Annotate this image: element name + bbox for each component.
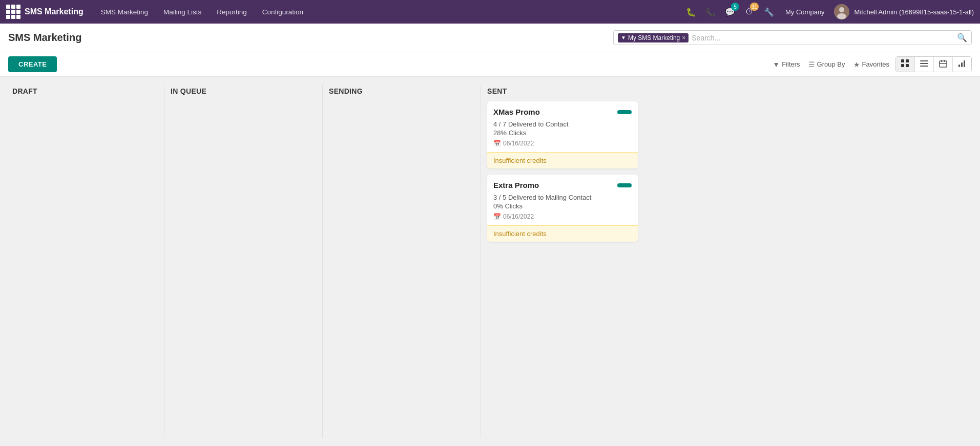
col-body-draft <box>12 101 158 204</box>
page-title: SMS Marketing <box>8 32 81 44</box>
svg-rect-13 <box>940 63 947 64</box>
card-date-xmas: 📅 06/16/2022 <box>493 140 632 147</box>
col-separator-3 <box>481 85 481 438</box>
svg-point-1 <box>839 7 844 12</box>
groupby-label: Group By <box>817 60 845 68</box>
kanban-col-in-queue: In Queue <box>166 85 320 438</box>
favorites-label: Favorites <box>862 60 889 68</box>
user-avatar[interactable] <box>834 4 849 19</box>
kanban-col-sent: Sent XMas Promo 4 / 7 Delivered to Conta… <box>483 85 642 438</box>
kanban-card-extra-promo[interactable]: Extra Promo 3 / 5 Delivered to Mailing C… <box>487 175 638 242</box>
col-body-in-queue <box>171 101 316 204</box>
groupby-control[interactable]: ☰ Group By <box>808 60 845 69</box>
card-date-extra: 📅 06/16/2022 <box>493 213 632 220</box>
chat-badge: 5 <box>731 3 739 11</box>
svg-rect-3 <box>901 59 904 62</box>
menu-configuration[interactable]: Configuration <box>255 5 310 19</box>
svg-rect-11 <box>941 60 942 62</box>
kanban-card-xmas-promo[interactable]: XMas Promo 4 / 7 Delivered to Contact 28… <box>487 101 638 168</box>
company-selector[interactable]: My Company <box>781 8 829 16</box>
favorites-icon: ★ <box>853 60 860 69</box>
card-title-extra: Extra Promo <box>493 181 539 189</box>
search-area: ▼ My SMS Marketing × 🔍 <box>613 30 972 45</box>
card-delivered-xmas: 4 / 7 Delivered to Contact <box>493 120 632 128</box>
app-title: SMS Marketing <box>25 7 84 16</box>
col-body-sent: XMas Promo 4 / 7 Delivered to Contact 28… <box>487 101 638 242</box>
card-header-extra: Extra Promo <box>487 175 638 194</box>
filters-control[interactable]: ▼ Filters <box>773 60 800 69</box>
card-status-extra <box>617 183 632 187</box>
svg-rect-7 <box>920 60 928 61</box>
kanban-board: Draft In Queue Sending Sent XMas Promo 4… <box>0 77 980 446</box>
action-toolbar: CREATE ▼ Filters ☰ Group By ★ Favorites <box>0 52 980 77</box>
search-input[interactable] <box>692 34 954 42</box>
col-header-sending: Sending <box>329 85 474 101</box>
calendar-icon-extra: 📅 <box>493 213 501 220</box>
calendar-view-button[interactable] <box>934 57 953 72</box>
clock-icon-btn[interactable]: ⏱ 31 <box>742 5 757 19</box>
card-clicks-xmas: 28% Clicks <box>493 129 632 137</box>
menu-reporting[interactable]: Reporting <box>210 5 254 19</box>
filter-tag-label: My SMS Marketing <box>628 34 680 41</box>
svg-rect-14 <box>958 65 960 67</box>
filter-tag-my-sms[interactable]: ▼ My SMS Marketing × <box>618 33 689 43</box>
top-navigation: SMS Marketing SMS Marketing Mailing List… <box>0 0 980 24</box>
col-body-sending <box>329 101 474 204</box>
chat-icon-btn[interactable]: 💬 5 <box>723 5 737 19</box>
svg-rect-5 <box>901 64 904 67</box>
svg-rect-16 <box>964 60 965 67</box>
groupby-icon: ☰ <box>808 60 815 69</box>
kanban-view-button[interactable] <box>896 57 915 72</box>
svg-rect-15 <box>961 62 963 67</box>
create-button[interactable]: CREATE <box>8 56 57 72</box>
card-warning-extra: Insufficient credits <box>487 225 638 242</box>
search-submit-button[interactable]: 🔍 <box>957 33 967 43</box>
user-name[interactable]: Mitchell Admin (16699815-saas-15-1-all) <box>854 8 974 16</box>
svg-rect-8 <box>920 63 928 64</box>
toolbar-controls: ▼ Filters ☰ Group By ★ Favorites <box>773 60 889 69</box>
menu-mailing-lists[interactable]: Mailing Lists <box>156 5 208 19</box>
svg-rect-12 <box>944 60 945 62</box>
col-separator-1 <box>164 85 164 438</box>
card-date-value-xmas: 06/16/2022 <box>503 140 534 147</box>
svg-rect-4 <box>906 59 909 62</box>
wrench-icon-btn[interactable]: 🔧 <box>762 5 776 19</box>
card-clicks-extra: 0% Clicks <box>493 202 632 210</box>
card-delivered-extra: 3 / 5 Delivered to Mailing Contact <box>493 194 632 201</box>
chart-view-button[interactable] <box>953 57 971 72</box>
favorites-control[interactable]: ★ Favorites <box>853 60 889 69</box>
card-title-xmas: XMas Promo <box>493 108 540 116</box>
bug-icon-btn[interactable]: 🐛 <box>684 5 698 19</box>
sub-header: SMS Marketing ▼ My SMS Marketing × 🔍 <box>0 24 980 52</box>
card-body-extra: 3 / 5 Delivered to Mailing Contact 0% Cl… <box>487 194 638 225</box>
filter-icon: ▼ <box>773 60 780 69</box>
topnav-right-area: 🐛 📞 💬 5 ⏱ 31 🔧 My Company Mitchell Admin… <box>684 4 974 19</box>
col-header-sent: Sent <box>487 85 638 101</box>
card-status-xmas <box>617 110 632 114</box>
svg-rect-9 <box>920 66 928 67</box>
card-body-xmas: 4 / 7 Delivered to Contact 28% Clicks 📅 … <box>487 120 638 152</box>
calendar-icon-xmas: 📅 <box>493 140 501 147</box>
kanban-col-draft: Draft <box>8 85 162 438</box>
card-warning-xmas: Insufficient credits <box>487 152 638 168</box>
list-view-button[interactable] <box>915 57 934 72</box>
kanban-col-sending: Sending <box>325 85 478 438</box>
filter-tag-remove[interactable]: × <box>682 34 685 41</box>
menu-sms-marketing[interactable]: SMS Marketing <box>94 5 155 19</box>
clock-badge: 31 <box>750 3 759 11</box>
svg-point-2 <box>837 13 846 19</box>
phone-icon-btn[interactable]: 📞 <box>703 5 718 19</box>
col-header-draft: Draft <box>12 85 158 101</box>
filters-label: Filters <box>782 60 800 68</box>
svg-rect-6 <box>906 64 909 67</box>
col-separator-2 <box>322 85 323 438</box>
card-header-xmas: XMas Promo <box>487 101 638 120</box>
col-header-in-queue: In Queue <box>171 85 316 101</box>
top-menu: SMS Marketing Mailing Lists Reporting Co… <box>94 5 682 19</box>
filter-icon: ▼ <box>621 35 626 40</box>
app-brand[interactable]: SMS Marketing <box>6 5 84 19</box>
view-toggle <box>895 56 972 72</box>
svg-rect-10 <box>940 61 947 67</box>
card-date-value-extra: 06/16/2022 <box>503 213 534 220</box>
grid-menu-icon[interactable] <box>6 5 20 19</box>
